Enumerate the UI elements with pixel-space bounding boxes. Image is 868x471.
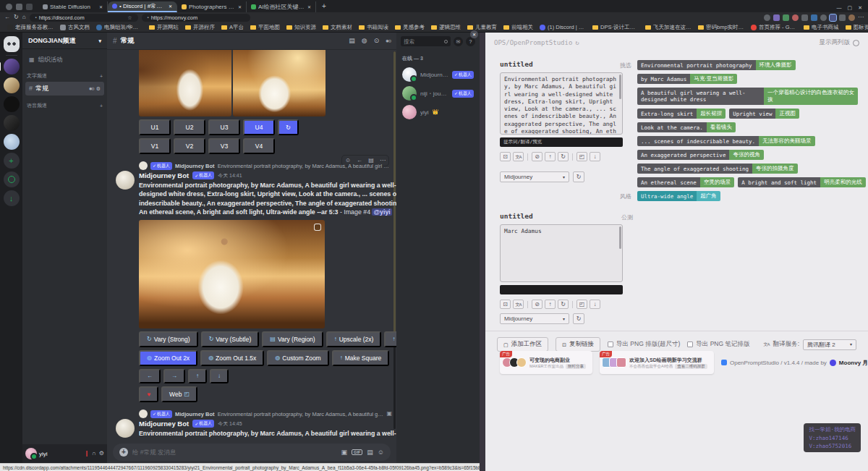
- image-grid-attachment[interactable]: [139, 50, 392, 116]
- category-voice-channels[interactable]: 语音频道: [22, 96, 107, 111]
- upscale-4x-button[interactable]: Upscale (4x): [384, 331, 396, 347]
- browser-menu-icon[interactable]: [858, 14, 864, 20]
- grid-image-2[interactable]: [233, 50, 326, 116]
- send-up-button[interactable]: [545, 152, 556, 161]
- expand-button[interactable]: [576, 152, 587, 161]
- copy-button[interactable]: [500, 152, 511, 161]
- prompt-textarea[interactable]: Environmental portrait photography, by M…: [500, 72, 623, 135]
- chat-scrollbar[interactable]: [393, 51, 396, 429]
- engine-select[interactable]: Midjourney: [500, 313, 569, 324]
- clear-button[interactable]: [532, 300, 542, 309]
- extension-icon[interactable]: [801, 14, 808, 21]
- bookmark-folder[interactable]: 知识资源: [284, 24, 319, 31]
- close-window-icon[interactable]: [858, 5, 862, 10]
- notifications-icon[interactable]: [362, 38, 367, 44]
- vary-strong-button[interactable]: Vary (Strong): [139, 331, 198, 347]
- vary-subtle-button[interactable]: Vary (Subtle): [201, 331, 260, 347]
- prompt-textarea[interactable]: Marc Adamus: [500, 224, 623, 282]
- user-settings-icon[interactable]: [99, 451, 104, 457]
- prompt-tag[interactable]: An exaggerated perspective夸张的视角: [637, 150, 764, 160]
- bookmark-folder[interactable]: 平面地图: [247, 24, 283, 31]
- member-yiyi[interactable]: yiyi 👑: [401, 103, 475, 122]
- prompt-tag[interactable]: Environmental portrait photography环境人像摄影: [637, 60, 796, 70]
- tab-midjourney-keywords[interactable]: Photographers Midjourney 关键词: [177, 1, 247, 12]
- threads-icon[interactable]: [349, 38, 355, 44]
- server-icon-ai[interactable]: [4, 96, 20, 112]
- refresh-button[interactable]: [558, 152, 569, 161]
- prompt-tag[interactable]: by Marc Adamus马克·亚当斯摄影: [637, 74, 737, 84]
- bookmark-folder[interactable]: A平台: [218, 24, 247, 31]
- bookmark-item[interactable]: 古风文档: [57, 24, 93, 31]
- bookmark-item[interactable]: 首页推荐 - Google: [748, 24, 800, 31]
- expand-button[interactable]: [576, 300, 587, 309]
- style-tag[interactable]: Ultra-wide angle超广角: [637, 191, 720, 201]
- tab-discord[interactable]: • Discord | #常规 | DONGJIAN频道: [108, 1, 177, 12]
- bookmark-item[interactable]: (1) Discord | 频道: [537, 24, 589, 31]
- pan-up-button[interactable]: [188, 369, 207, 383]
- add-workspace-button[interactable]: 添加工作区: [497, 337, 548, 352]
- extension-icon[interactable]: [764, 14, 770, 21]
- refresh-button[interactable]: [558, 300, 569, 309]
- maximize-icon[interactable]: [848, 5, 853, 10]
- tab-stable-diffusion[interactable]: Stable Diffusion: [38, 1, 108, 12]
- back-icon[interactable]: [4, 14, 10, 20]
- split-divider[interactable]: [480, 33, 485, 471]
- server-icon[interactable]: [4, 59, 20, 75]
- bookmark-folder[interactable]: 开源网站: [146, 24, 182, 31]
- u4-button[interactable]: U4: [243, 119, 275, 135]
- add-server-button[interactable]: [4, 153, 20, 169]
- message-input[interactable]: [132, 449, 337, 456]
- v2-button[interactable]: V2: [174, 138, 205, 154]
- gif-picker-icon[interactable]: GIF: [352, 449, 362, 455]
- pan-left-button[interactable]: [139, 369, 161, 383]
- new-tab-button[interactable]: [316, 2, 332, 12]
- channel-item-general[interactable]: 常规: [25, 82, 104, 96]
- zoom-out-15x-button[interactable]: Zoom Out 1.5x: [200, 350, 264, 366]
- doc-title[interactable]: untitled: [500, 60, 623, 68]
- doc-title[interactable]: untitled: [500, 212, 623, 220]
- minimize-icon[interactable]: [837, 5, 842, 10]
- prompt-tag[interactable]: A beautiful girl wearing a well-designed…: [637, 88, 858, 105]
- close-split-icon[interactable]: [470, 30, 478, 38]
- address-bar-left[interactable]: https://discord.com: [30, 14, 138, 22]
- u2-button[interactable]: U2: [174, 119, 205, 135]
- upscale-2x-button[interactable]: Upscale (2x): [326, 331, 382, 347]
- reply-context[interactable]: 机器人 Midjourney Bot Environmental portrai…: [139, 410, 392, 418]
- bookmark-folder[interactable]: DPS·设计工具 在 去...: [590, 24, 642, 31]
- channel-settings-icon[interactable]: [96, 86, 101, 91]
- bookmark-item[interactable]: 电脑组装/华硕电脑: [93, 24, 145, 31]
- search-input[interactable]: [404, 38, 433, 45]
- bookmark-folder[interactable]: 飞天加速在这里, pe改...: [642, 24, 694, 31]
- close-tab-icon[interactable]: [307, 5, 311, 9]
- mention-yiyi[interactable]: @yiyi: [372, 208, 391, 216]
- add-channel-icon[interactable]: [100, 103, 103, 109]
- extension-icon[interactable]: [773, 14, 780, 21]
- bot-avatar[interactable]: [116, 171, 135, 190]
- extension-icon[interactable]: [839, 14, 846, 21]
- add-attachment-icon[interactable]: [119, 448, 128, 457]
- refresh-icon[interactable]: [575, 40, 579, 46]
- u3-button[interactable]: U3: [208, 119, 240, 135]
- brand-link[interactable]: Moonvy 月维: [839, 359, 868, 367]
- export-png-layout-checkbox[interactable]: 导出 PNG 排版(超尺寸): [608, 340, 680, 349]
- translate-button[interactable]: [513, 152, 524, 161]
- headphones-icon[interactable]: [92, 451, 96, 457]
- ad-button[interactable]: 限时分享: [566, 364, 586, 369]
- custom-zoom-button[interactable]: Custom Zoom: [267, 350, 328, 366]
- user-avatar[interactable]: [25, 448, 37, 459]
- grid-image-1[interactable]: [139, 50, 231, 116]
- clear-button[interactable]: [532, 152, 542, 161]
- translate-service-select[interactable]: 腾讯翻译 2: [803, 339, 856, 350]
- prompt-tag[interactable]: An ethereal scene空灵的场景: [637, 177, 734, 187]
- bookmark-folder[interactable]: 图标资源集: [843, 24, 868, 31]
- extension-icon[interactable]: [792, 14, 799, 21]
- home-icon[interactable]: [22, 14, 26, 20]
- engine-refresh-button[interactable]: [573, 313, 584, 324]
- engine-select[interactable]: Midjourney: [500, 171, 569, 182]
- ad-card-sd-group[interactable]: 广告 欢迎加入SD绘画萌新学习交流群 不会画画也能学会AI绘画查看二维码加群: [600, 351, 714, 374]
- v1-button[interactable]: V1: [139, 138, 171, 154]
- pan-right-button[interactable]: [163, 369, 185, 383]
- message-list[interactable]: U1 U2 U3 U4 V1 V2 V3 V4: [107, 50, 396, 439]
- export-png-note-checkbox[interactable]: 导出 PNG 笔记排版: [687, 340, 749, 349]
- discord-home-button[interactable]: [4, 36, 20, 52]
